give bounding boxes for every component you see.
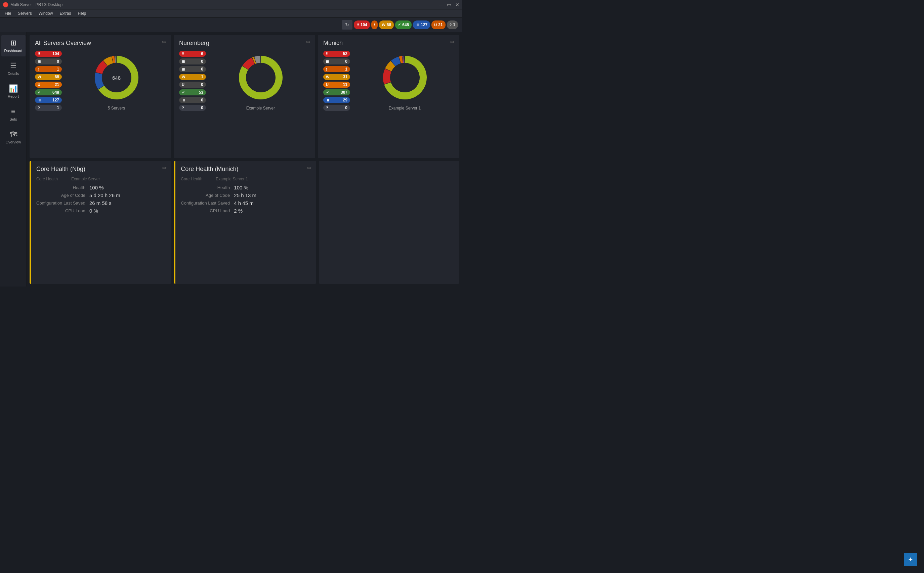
health-row-label: Age of Code <box>36 193 85 198</box>
munich-server-label: Example Server 1 <box>389 106 421 111</box>
toolbar-badge-paused[interactable]: ⏸127 <box>413 20 430 29</box>
report-icon: 📊 <box>9 84 18 93</box>
dashboard-icon: ⊞ <box>10 39 16 47</box>
all-servers-panel: All Servers Overview ✏ !!104⊞0!1W68U21✓6… <box>30 35 171 158</box>
title-bar: 🔴 Multi Server - PRTG Desktop ─ ▭ ✕ <box>0 0 462 9</box>
sidebar-item-sets[interactable]: ≡Sets <box>2 103 25 125</box>
app-title: Multi Server - PRTG Desktop <box>10 2 63 7</box>
status-pill[interactable]: W68 <box>35 74 62 80</box>
sidebar-item-report[interactable]: 📊Report <box>2 81 25 102</box>
status-pill[interactable]: W31 <box>323 74 350 80</box>
status-pill[interactable]: U21 <box>35 81 62 88</box>
toolbar-badge-warnings[interactable]: W68 <box>379 20 394 29</box>
status-pill[interactable]: ⏸127 <box>35 97 62 103</box>
nuremberg-badge-list: !!6⊞0⊞0W1U0✓53⏸0?0 <box>179 51 206 111</box>
status-pill[interactable]: ?1 <box>35 105 62 111</box>
details-icon: ☰ <box>10 61 17 70</box>
menu-bar: File Servers Window Extras Help <box>0 9 462 17</box>
nuremberg-server-label: Example Server <box>246 106 275 111</box>
menu-window[interactable]: Window <box>35 10 56 16</box>
all-servers-donut-wrap: 648 5 Servers <box>67 51 166 111</box>
health-row-value: 5 d 20 h 26 m <box>89 193 166 198</box>
status-pill[interactable]: ✓53 <box>179 89 206 96</box>
toolbar: ↻ !!104!W68✓648⏸127U21?1 <box>0 17 462 32</box>
status-pill[interactable]: W1 <box>179 74 206 80</box>
close-button[interactable]: ✕ <box>455 2 459 7</box>
menu-help[interactable]: Help <box>74 10 89 16</box>
sets-icon: ≡ <box>11 107 16 116</box>
content-area: All Servers Overview ✏ !!104⊞0!1W68U21✓6… <box>27 32 462 286</box>
munich-title: Munich <box>323 40 454 47</box>
status-pill[interactable]: U0 <box>179 81 206 88</box>
core-health-munich-edit-icon[interactable]: ✏ <box>307 165 312 171</box>
health-row: Core Health (Nbg) ✏ Core Health Example … <box>30 161 459 284</box>
sidebar-label-dashboard: Dashboard <box>5 49 22 53</box>
toolbar-badge-partial[interactable]: ! <box>371 20 378 29</box>
munich-edit-icon[interactable]: ✏ <box>450 39 454 45</box>
health-row-value: 100 % <box>234 185 310 191</box>
sidebar-item-dashboard[interactable]: ⊞Dashboard <box>2 35 25 56</box>
nuremberg-title: Nuremberg <box>179 40 310 47</box>
core-health-nbg-panel: Core Health (Nbg) ✏ Core Health Example … <box>30 161 171 284</box>
core-health-nbg-title: Core Health (Nbg) <box>36 166 166 173</box>
toolbar-badge-unknown[interactable]: ?1 <box>447 20 458 29</box>
core-health-nbg-edit-icon[interactable]: ✏ <box>162 165 167 171</box>
health-row-label: Age of Code <box>181 193 230 198</box>
status-pill[interactable]: ⏸29 <box>323 97 350 103</box>
refresh-button[interactable]: ↻ <box>342 20 352 30</box>
main-layout: ⊞Dashboard☰Details📊Report≡Sets🗺Overview … <box>0 32 462 286</box>
status-pill[interactable]: !1 <box>323 66 350 72</box>
status-badges: !!104!W68✓648⏸127U21?1 <box>354 20 458 29</box>
health-row-label: Health <box>181 185 230 190</box>
menu-servers[interactable]: Servers <box>14 10 35 16</box>
core-health-munich-title: Core Health (Munich) <box>181 166 310 173</box>
overview-icon: 🗺 <box>10 130 17 139</box>
sidebar-label-details: Details <box>8 72 19 75</box>
status-pill[interactable]: ?0 <box>179 105 206 111</box>
status-pill[interactable]: !!104 <box>35 51 62 57</box>
menu-file[interactable]: File <box>2 10 14 16</box>
sidebar-item-overview[interactable]: 🗺Overview <box>2 126 25 148</box>
empty-panel <box>319 161 459 284</box>
window-controls[interactable]: ─ ▭ ✕ <box>440 2 459 7</box>
health-row-label: CPU Load <box>36 208 85 213</box>
status-pill[interactable]: ⊞0 <box>179 58 206 64</box>
restore-button[interactable]: ▭ <box>447 2 451 7</box>
munich-badge-list: !!52⊞0!1W31U11✓307⏸29?0 <box>323 51 350 111</box>
status-pill[interactable]: ⊞0 <box>323 58 350 64</box>
status-pill[interactable]: ⏸0 <box>179 97 206 103</box>
status-pill[interactable]: ✓307 <box>323 89 350 96</box>
nuremberg-inner: !!6⊞0⊞0W1U0✓53⏸0?0 Example Server <box>179 51 310 111</box>
core-health-nbg-subtitle: Core Health Example Server <box>36 177 166 182</box>
status-pill[interactable]: !!52 <box>323 51 350 57</box>
status-pill[interactable]: !!6 <box>179 51 206 57</box>
minimize-button[interactable]: ─ <box>440 2 443 7</box>
toolbar-badge-unusual[interactable]: U21 <box>431 20 445 29</box>
status-pill[interactable]: ?0 <box>323 105 350 111</box>
core-health-nbg-sub2: Example Server <box>71 177 100 182</box>
status-pill[interactable]: ⊞0 <box>179 66 206 72</box>
toolbar-badge-errors[interactable]: !!104 <box>354 20 370 29</box>
munich-panel: Munich ✏ !!52⊞0!1W31U11✓307⏸29?0 Example… <box>318 35 459 158</box>
munich-donut <box>378 51 432 105</box>
core-health-nbg-grid: Health100 %Age of Code5 d 20 h 26 mConfi… <box>36 185 166 214</box>
all-servers-title: All Servers Overview <box>35 40 166 47</box>
nuremberg-edit-icon[interactable]: ✏ <box>306 39 310 45</box>
all-servers-edit-icon[interactable]: ✏ <box>162 39 166 45</box>
munich-inner: !!52⊞0!1W31U11✓307⏸29?0 Example Server 1 <box>323 51 454 111</box>
nuremberg-panel: Nuremberg ✏ !!6⊞0⊞0W1U0✓53⏸0?0 Example S… <box>174 35 315 158</box>
all-servers-inner: !!104⊞0!1W68U21✓648⏸127?1 648 5 Servers <box>35 51 166 111</box>
status-pill[interactable]: !1 <box>35 66 62 72</box>
health-row-label: Configuration Last Saved <box>36 200 85 205</box>
all-servers-count[interactable]: 648 <box>112 75 121 81</box>
status-pill[interactable]: ⊞0 <box>35 58 62 64</box>
sidebar-label-sets: Sets <box>9 117 17 121</box>
sidebar-item-details[interactable]: ☰Details <box>2 58 25 79</box>
toolbar-badge-ok[interactable]: ✓648 <box>395 20 412 29</box>
core-health-munich-panel: Core Health (Munich) ✏ Core Health Examp… <box>174 161 316 284</box>
status-pill[interactable]: U11 <box>323 81 350 88</box>
core-health-munich-sub2: Example Server 1 <box>216 177 247 182</box>
menu-extras[interactable]: Extras <box>56 10 74 16</box>
status-pill[interactable]: ✓648 <box>35 89 62 96</box>
health-row-label: Health <box>36 185 85 190</box>
